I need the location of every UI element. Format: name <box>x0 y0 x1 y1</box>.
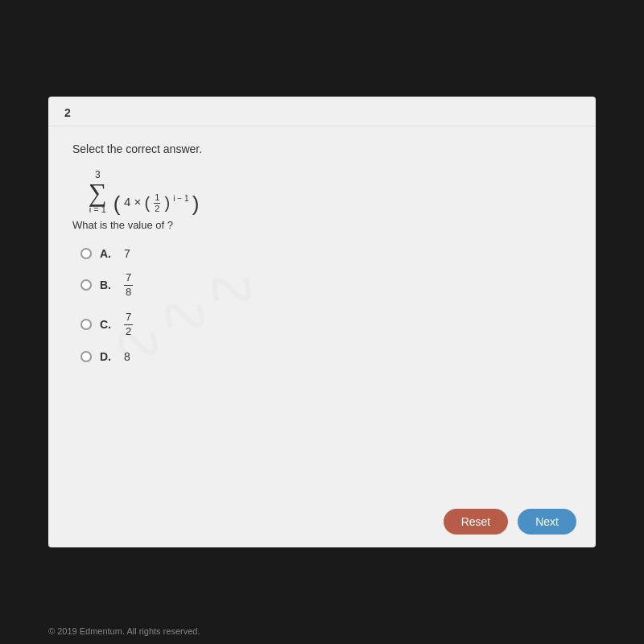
option-b[interactable]: B. 7 8 <box>80 271 572 299</box>
close-paren: ) <box>192 191 200 215</box>
radio-b[interactable] <box>80 279 92 291</box>
formula-inner: 4 × ( 1 2 ) i − 1 <box>124 195 192 208</box>
button-area: Reset Next <box>48 496 596 547</box>
reset-button[interactable]: Reset <box>444 509 509 535</box>
option-d-value: 8 <box>124 350 130 363</box>
option-c[interactable]: C. 7 2 <box>80 311 572 339</box>
open-paren: ( <box>114 191 121 215</box>
option-a-label: A. <box>100 247 116 260</box>
option-d-label: D. <box>100 350 116 363</box>
option-a[interactable]: A. 7 <box>80 247 572 260</box>
sigma-symbol: ∑ <box>89 180 107 205</box>
footer-text: © 2019 Edmentum. All rights reserved. <box>48 626 200 636</box>
option-b-value: 7 8 <box>124 271 133 299</box>
fraction-b: 7 8 <box>124 271 133 299</box>
radio-d[interactable] <box>80 351 92 362</box>
inner-close-paren: ) <box>165 194 171 212</box>
question-number: 2 <box>48 97 596 126</box>
exponent: i − 1 <box>173 194 188 203</box>
inner-open-paren: ( <box>144 194 150 212</box>
radio-a[interactable] <box>80 248 92 259</box>
sigma-lower: i = 1 <box>89 205 106 214</box>
sigma-notation: 3 ∑ i = 1 <box>89 170 107 214</box>
option-d[interactable]: D. 8 <box>80 350 572 363</box>
instruction-text: Select the correct answer. <box>72 142 572 155</box>
options-list: A. 7 B. 7 8 C. 7 2 <box>72 247 572 363</box>
fraction-c: 7 2 <box>124 311 133 339</box>
half-fraction: 1 2 <box>154 192 160 214</box>
formula-expression: ( 4 × ( 1 2 ) i − 1 ) <box>114 192 200 214</box>
option-c-value: 7 2 <box>124 311 133 339</box>
question-suffix: ? <box>167 219 173 231</box>
option-a-value: 7 <box>124 247 130 260</box>
next-button[interactable]: Next <box>518 509 576 535</box>
question-text: What is the value of ? <box>72 219 572 231</box>
option-c-label: C. <box>100 318 116 331</box>
radio-c[interactable] <box>80 319 92 330</box>
option-b-label: B. <box>100 279 116 291</box>
formula-area: 3 ∑ i = 1 ( 4 × ( 1 2 ) i − 1 ) <box>72 170 572 214</box>
